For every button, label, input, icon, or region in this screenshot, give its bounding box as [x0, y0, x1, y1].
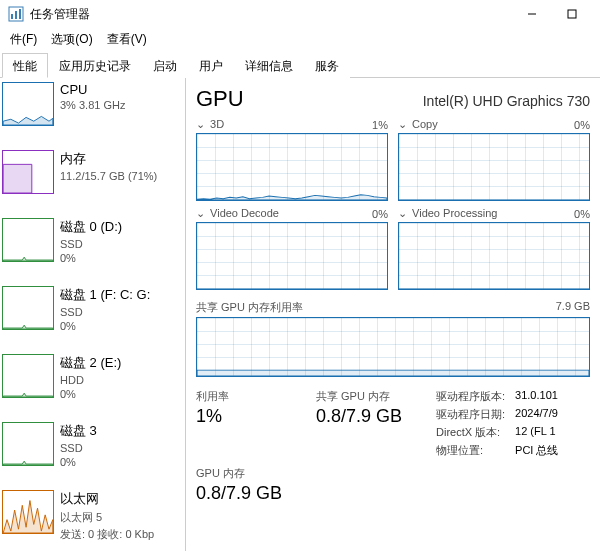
chart-name-dropdown[interactable]: ⌄ Copy	[398, 118, 438, 131]
chart-pct: 1%	[372, 119, 388, 131]
sidebar-item-sub2: 0%	[60, 456, 97, 468]
detail-title: GPU	[196, 86, 244, 112]
sidebar-thumb	[2, 150, 54, 194]
sidebar-item-sub: SSD	[60, 238, 122, 250]
menu-options[interactable]: 选项(O)	[45, 29, 98, 50]
sidebar-item[interactable]: 磁盘 0 (D:)SSD0%	[0, 214, 185, 282]
app-icon	[8, 6, 24, 22]
shared-mem-label: 共享 GPU 内存利用率	[196, 300, 303, 315]
chart-name: Copy	[409, 118, 438, 130]
sidebar-thumb	[2, 82, 54, 126]
menu-file[interactable]: 件(F)	[4, 29, 43, 50]
maximize-button[interactable]	[552, 4, 592, 24]
sidebar-item-title: 磁盘 0 (D:)	[60, 218, 122, 236]
sidebar-thumb	[2, 422, 54, 466]
sidebar[interactable]: CPU3% 3.81 GHz内存11.2/15.7 GB (71%)磁盘 0 (…	[0, 78, 186, 551]
sidebar-item-sub2: 0%	[60, 320, 150, 332]
svg-rect-2	[15, 11, 17, 19]
menubar: 件(F) 选项(O) 查看(V)	[0, 28, 600, 52]
location-label: 物理位置:	[436, 443, 505, 458]
svg-rect-1	[11, 14, 13, 19]
sidebar-item-sub: SSD	[60, 442, 97, 454]
util-value: 1%	[196, 406, 286, 427]
gpu-chart	[398, 222, 590, 290]
sidebar-item-title: CPU	[60, 82, 125, 97]
sidebar-item-sub2: 0%	[60, 388, 121, 400]
gpu-chart	[398, 133, 590, 201]
sidebar-item[interactable]: 磁盘 2 (E:)HDD0%	[0, 350, 185, 418]
chart-name: Video Decode	[207, 207, 279, 219]
sidebar-item-sub: 11.2/15.7 GB (71%)	[60, 170, 157, 182]
tab-services[interactable]: 服务	[304, 53, 350, 78]
sidebar-thumb	[2, 218, 54, 262]
sidebar-item-sub: SSD	[60, 306, 150, 318]
directx-ver: 12 (FL 1	[515, 425, 558, 440]
titlebar: 任务管理器	[0, 0, 600, 28]
tab-performance[interactable]: 性能	[2, 53, 48, 78]
sidebar-item-title: 以太网	[60, 490, 154, 508]
sidebar-item[interactable]: CPU3% 3.81 GHz	[0, 78, 185, 146]
shared-gpu-mem-value: 0.8/7.9 GB	[316, 406, 406, 427]
sidebar-item-title: 内存	[60, 150, 157, 168]
driver-date: 2024/7/9	[515, 407, 558, 422]
window-title: 任务管理器	[30, 6, 90, 23]
shared-gpu-mem-label: 共享 GPU 内存	[316, 389, 406, 404]
gpu-chart-block: ⌄ Video Decode0%	[196, 207, 388, 290]
detail-subtitle: Intel(R) UHD Graphics 730	[423, 93, 590, 109]
sidebar-thumb	[2, 490, 54, 534]
chart-name-dropdown[interactable]: ⌄ Video Decode	[196, 207, 279, 220]
tab-users[interactable]: 用户	[188, 53, 234, 78]
sidebar-item[interactable]: 磁盘 1 (F: C: G:SSD0%	[0, 282, 185, 350]
gpu-mem-label: GPU 内存	[196, 466, 286, 481]
driver-ver-label: 驱动程序版本:	[436, 389, 505, 404]
directx-label: DirectX 版本:	[436, 425, 505, 440]
tab-bar: 性能 应用历史记录 启动 用户 详细信息 服务	[0, 52, 600, 78]
gpu-chart	[196, 222, 388, 290]
chevron-down-icon: ⌄	[398, 207, 407, 219]
shared-mem-max: 7.9 GB	[556, 300, 590, 315]
svg-rect-3	[19, 9, 21, 19]
tab-details[interactable]: 详细信息	[234, 53, 304, 78]
chart-pct: 0%	[574, 208, 590, 220]
tab-startup[interactable]: 启动	[142, 53, 188, 78]
gpu-chart-block: ⌄ Copy0%	[398, 118, 590, 201]
location-value: PCI 总线	[515, 443, 558, 458]
detail-panel: GPU Intel(R) UHD Graphics 730 ⌄ 3D1%⌄ Co…	[186, 78, 600, 551]
chart-name: Video Processing	[409, 207, 497, 219]
gpu-chart-block: ⌄ Video Processing0%	[398, 207, 590, 290]
chart-pct: 0%	[574, 119, 590, 131]
sidebar-item-sub2: 0%	[60, 252, 122, 264]
sidebar-item-sub: HDD	[60, 374, 121, 386]
gpu-mem-value: 0.8/7.9 GB	[196, 483, 286, 504]
chart-pct: 0%	[372, 208, 388, 220]
sidebar-item-title: 磁盘 1 (F: C: G:	[60, 286, 150, 304]
sidebar-item-title: 磁盘 3	[60, 422, 97, 440]
shared-mem-chart	[196, 317, 590, 377]
driver-ver: 31.0.101	[515, 389, 558, 404]
util-label: 利用率	[196, 389, 286, 404]
minimize-button[interactable]	[512, 4, 552, 24]
sidebar-thumb	[2, 286, 54, 330]
gpu-chart-block: ⌄ 3D1%	[196, 118, 388, 201]
sidebar-item-sub: 3% 3.81 GHz	[60, 99, 125, 111]
sidebar-item-sub: 以太网 5	[60, 510, 154, 525]
sidebar-item-title: 磁盘 2 (E:)	[60, 354, 121, 372]
gpu-chart	[196, 133, 388, 201]
chart-name-dropdown[interactable]: ⌄ 3D	[196, 118, 224, 131]
chevron-down-icon: ⌄	[398, 118, 407, 130]
chevron-down-icon: ⌄	[196, 118, 205, 130]
sidebar-item[interactable]: 内存11.2/15.7 GB (71%)	[0, 146, 185, 214]
menu-view[interactable]: 查看(V)	[101, 29, 153, 50]
chart-name-dropdown[interactable]: ⌄ Video Processing	[398, 207, 497, 220]
sidebar-item[interactable]: 以太网以太网 5发送: 0 接收: 0 Kbp	[0, 486, 185, 551]
svg-rect-5	[568, 10, 576, 18]
chart-name: 3D	[207, 118, 224, 130]
driver-date-label: 驱动程序日期:	[436, 407, 505, 422]
sidebar-thumb	[2, 354, 54, 398]
sidebar-item-sub2: 发送: 0 接收: 0 Kbp	[60, 527, 154, 542]
sidebar-item[interactable]: 磁盘 3SSD0%	[0, 418, 185, 486]
tab-app-history[interactable]: 应用历史记录	[48, 53, 142, 78]
chevron-down-icon: ⌄	[196, 207, 205, 219]
